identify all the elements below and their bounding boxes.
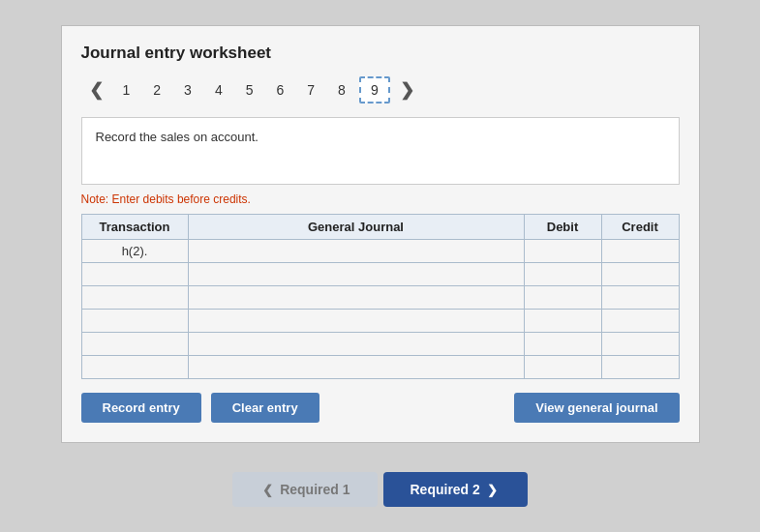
debit-cell-6[interactable] (524, 356, 601, 379)
required2-label: Required 2 (410, 482, 480, 497)
debit-cell-4[interactable] (524, 310, 601, 333)
table-row: h(2). (81, 240, 679, 263)
col-header-general-journal: General Journal (188, 215, 524, 240)
debit-input-6[interactable] (525, 356, 601, 378)
debit-input-5[interactable] (525, 333, 601, 355)
credit-input-5[interactable] (602, 333, 679, 355)
description-text: Record the sales on account. (96, 130, 258, 144)
credit-cell-6[interactable] (601, 356, 679, 379)
credit-input-2[interactable] (602, 263, 679, 285)
required2-next-chevron: ❯ (487, 483, 498, 497)
general-journal-input-1[interactable] (189, 240, 524, 262)
page-1[interactable]: 1 (113, 78, 140, 102)
page-outer: Journal entry worksheet ❮ 1 2 3 4 5 6 7 … (0, 0, 760, 532)
required-2-button[interactable]: Required 2 ❯ (383, 472, 528, 507)
debit-input-2[interactable] (525, 263, 601, 285)
general-journal-input-3[interactable] (189, 286, 524, 309)
general-journal-cell-2[interactable] (188, 263, 524, 286)
general-journal-input-5[interactable] (189, 333, 524, 355)
general-journal-cell-4[interactable] (188, 310, 524, 333)
credit-input-3[interactable] (602, 286, 679, 309)
page-6[interactable]: 6 (266, 78, 293, 102)
page-8[interactable]: 8 (328, 78, 355, 102)
debit-cell-3[interactable] (524, 286, 601, 310)
debit-input-3[interactable] (525, 286, 601, 309)
table-row (81, 310, 679, 333)
table-row (81, 286, 679, 310)
pagination: ❮ 1 2 3 4 5 6 7 8 9 ❯ (81, 76, 680, 103)
debit-cell-2[interactable] (524, 263, 601, 286)
transaction-cell-4 (81, 310, 188, 333)
required1-prev-chevron: ❮ (262, 483, 273, 497)
page-4[interactable]: 4 (205, 78, 232, 102)
transaction-cell-6 (81, 356, 188, 379)
credit-cell-5[interactable] (601, 333, 679, 356)
table-row (81, 263, 679, 286)
worksheet-card: Journal entry worksheet ❮ 1 2 3 4 5 6 7 … (61, 25, 700, 443)
bottom-navigation: ❮ Required 1 Required 2 ❯ (232, 472, 528, 507)
table-row (81, 333, 679, 356)
general-journal-cell-6[interactable] (188, 356, 524, 379)
clear-entry-button[interactable]: Clear entry (211, 393, 319, 423)
page-title: Journal entry worksheet (81, 44, 680, 63)
action-buttons: Record entry Clear entry View general jo… (81, 393, 680, 423)
page-7[interactable]: 7 (297, 78, 324, 102)
general-journal-cell-1[interactable] (188, 240, 524, 263)
transaction-cell-5 (81, 333, 188, 356)
general-journal-cell-3[interactable] (188, 286, 524, 310)
required-1-button[interactable]: ❮ Required 1 (232, 472, 377, 507)
credit-cell-2[interactable] (601, 263, 679, 286)
credit-cell-3[interactable] (601, 286, 679, 310)
credit-input-1[interactable] (602, 240, 679, 262)
page-3[interactable]: 3 (174, 78, 201, 102)
debit-cell-1[interactable] (524, 240, 601, 263)
table-row (81, 356, 679, 379)
note-text: Note: Enter debits before credits. (81, 192, 680, 206)
debit-input-4[interactable] (525, 310, 601, 332)
journal-table: Transaction General Journal Debit Credit… (81, 214, 680, 379)
transaction-cell-2 (81, 263, 188, 286)
debit-cell-5[interactable] (524, 333, 601, 356)
general-journal-input-4[interactable] (189, 310, 524, 332)
record-entry-button[interactable]: Record entry (81, 393, 201, 423)
next-page-button[interactable]: ❯ (392, 77, 422, 103)
col-header-credit: Credit (601, 215, 679, 240)
debit-input-1[interactable] (525, 240, 601, 262)
transaction-cell-3 (81, 286, 188, 310)
description-box: Record the sales on account. (81, 117, 680, 185)
credit-input-4[interactable] (602, 310, 679, 332)
general-journal-cell-5[interactable] (188, 333, 524, 356)
prev-page-button[interactable]: ❮ (81, 77, 111, 103)
credit-input-6[interactable] (602, 356, 679, 378)
credit-cell-1[interactable] (601, 240, 679, 263)
general-journal-input-2[interactable] (189, 263, 524, 285)
credit-cell-4[interactable] (601, 310, 679, 333)
page-5[interactable]: 5 (236, 78, 263, 102)
transaction-cell-1: h(2). (81, 240, 188, 263)
page-9[interactable]: 9 (359, 76, 390, 103)
col-header-debit: Debit (524, 215, 601, 240)
general-journal-input-6[interactable] (189, 356, 524, 378)
view-general-journal-button[interactable]: View general journal (514, 393, 679, 423)
required1-label: Required 1 (280, 482, 350, 497)
col-header-transaction: Transaction (81, 215, 188, 240)
page-2[interactable]: 2 (143, 78, 170, 102)
